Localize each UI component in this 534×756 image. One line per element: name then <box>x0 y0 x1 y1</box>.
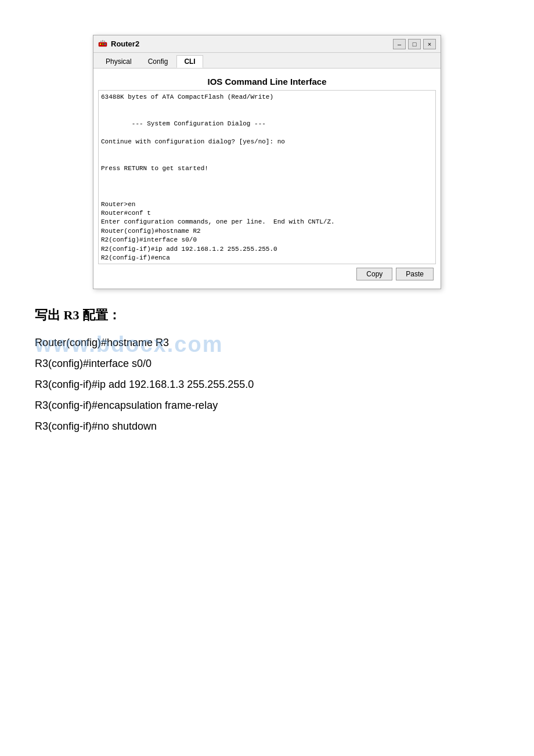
cli-heading: IOS Command Line Interface <box>98 73 436 90</box>
close-button[interactable]: × <box>423 39 436 49</box>
config-line-1: Router(config)#hostname R3 <box>35 332 499 353</box>
tab-config[interactable]: Config <box>140 55 176 68</box>
config-line-4: R3(config-if)#encapsulation frame-relay <box>35 395 499 416</box>
section-title: 写出 R3 配置： <box>35 307 499 324</box>
config-line-2: R3(config)#interface s0/0 <box>35 353 499 374</box>
window-title: Router2 <box>111 39 139 48</box>
restore-button[interactable]: □ <box>408 39 421 49</box>
copy-button[interactable]: Copy <box>356 268 392 280</box>
title-bar: Router2 – □ × <box>93 35 441 53</box>
minimize-button[interactable]: – <box>393 39 406 49</box>
window-body: IOS Command Line Interface 63488K bytes … <box>93 69 441 289</box>
terminal-actions: Copy Paste <box>98 264 436 284</box>
tab-cli[interactable]: CLI <box>176 55 203 68</box>
config-lines: www.bdocx.com Router(config)#hostname R3… <box>35 332 499 437</box>
content-section: 写出 R3 配置： www.bdocx.com Router(config)#h… <box>23 307 511 437</box>
router-icon <box>98 39 107 49</box>
title-bar-controls: – □ × <box>393 39 436 49</box>
title-bar-left: Router2 <box>98 39 139 49</box>
terminal-output[interactable]: 63488K bytes of ATA CompactFlash (Read/W… <box>98 90 436 264</box>
svg-rect-1 <box>100 44 101 45</box>
svg-rect-2 <box>102 44 103 45</box>
paste-button[interactable]: Paste <box>396 268 434 280</box>
config-line-3: R3(config-if)#ip add 192.168.1.3 255.255… <box>35 374 499 395</box>
tab-physical[interactable]: Physical <box>98 55 139 68</box>
tab-bar: Physical Config CLI <box>93 53 441 69</box>
config-line-5: R3(config-if)#no shutdown <box>35 416 499 437</box>
svg-rect-3 <box>104 44 106 45</box>
router-window: Router2 – □ × Physical Config CLI IOS Co… <box>93 35 441 289</box>
